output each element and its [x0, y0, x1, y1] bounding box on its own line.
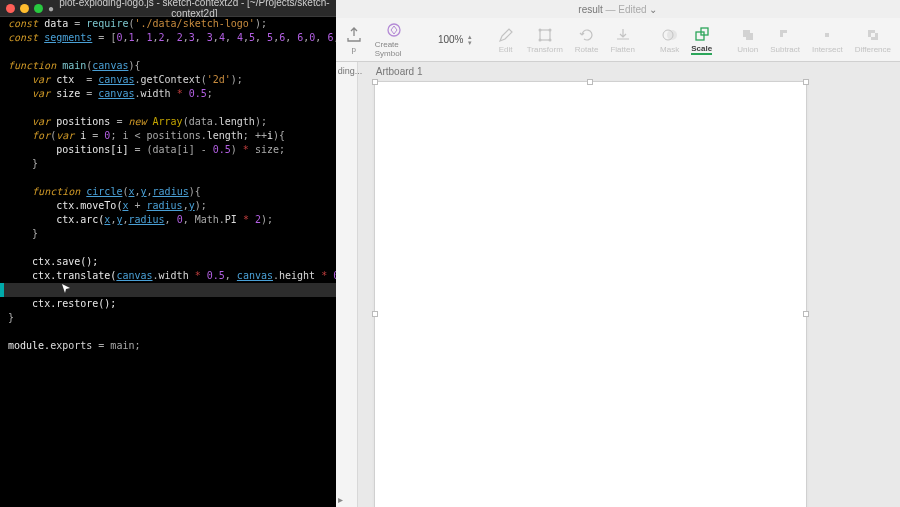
- transform-icon: [536, 26, 554, 44]
- toolbar-label: Difference: [855, 45, 891, 54]
- symbol-icon: [385, 21, 403, 39]
- svg-point-4: [538, 38, 541, 41]
- svg-rect-8: [696, 32, 704, 40]
- subtract-icon: [776, 26, 794, 44]
- mask-button[interactable]: Mask: [657, 26, 682, 54]
- code-line[interactable]: }: [8, 157, 38, 171]
- svg-point-5: [548, 38, 551, 41]
- code-line[interactable]: ctx.moveTo(x + radius,y);: [8, 199, 207, 213]
- edit-button[interactable]: Edit: [494, 26, 518, 54]
- document-status: — Edited: [606, 4, 647, 15]
- selection-handle[interactable]: [587, 79, 593, 85]
- artboard[interactable]: [374, 81, 807, 507]
- difference-button[interactable]: Difference: [852, 26, 894, 54]
- code-line[interactable]: ctx.save();: [8, 255, 98, 269]
- code-line[interactable]: const data = require('./data/sketch-logo…: [8, 17, 267, 31]
- export-button[interactable]: p: [342, 26, 366, 54]
- code-line[interactable]: var ctx = canvas.getContext('2d');: [8, 73, 243, 87]
- code-line[interactable]: }: [8, 311, 14, 325]
- chevron-down-icon[interactable]: ▾: [468, 40, 472, 46]
- code-editor-window: ● plot-exploding-logo.js - sketch-contex…: [0, 0, 336, 507]
- union-button[interactable]: Union: [734, 26, 761, 54]
- toolbar-label: Subtract: [770, 45, 800, 54]
- text-cursor-icon: [62, 284, 70, 296]
- flatten-icon: [614, 26, 632, 44]
- layers-sidebar[interactable]: ding... ▸: [336, 62, 358, 507]
- traffic-lights: [6, 4, 43, 13]
- difference-icon: [864, 26, 882, 44]
- toolbar-label: Edit: [499, 45, 513, 54]
- zoom-control[interactable]: 100% ▴ ▾: [435, 34, 475, 46]
- svg-point-7: [667, 30, 677, 40]
- intersect-icon: [818, 26, 836, 44]
- scale-button[interactable]: Scale: [688, 25, 715, 55]
- mask-icon: [661, 26, 679, 44]
- minimize-icon[interactable]: [20, 4, 29, 13]
- toolbar-label: Create Symbol: [375, 40, 413, 58]
- rotate-button[interactable]: Rotate: [572, 26, 602, 54]
- svg-point-3: [548, 28, 551, 31]
- subtract-button[interactable]: Subtract: [767, 26, 803, 54]
- zoom-value: 100%: [438, 34, 464, 45]
- sidebar-truncated-label: ding...: [336, 62, 357, 80]
- toolbar-label: Scale: [691, 44, 712, 55]
- zoom-stepper[interactable]: ▴ ▾: [468, 34, 472, 46]
- editor-unsaved-dot: ●: [48, 3, 54, 14]
- close-icon[interactable]: [6, 4, 15, 13]
- flatten-button[interactable]: Flatten: [607, 26, 637, 54]
- toolbar: p Create Symbol 100% ▴ ▾ Edit: [336, 18, 900, 62]
- toolbar-label: Transform: [527, 45, 563, 54]
- union-icon: [739, 26, 757, 44]
- artboard-label[interactable]: Artboard 1: [376, 66, 423, 77]
- code-line[interactable]: function circle(x,y,radius){: [8, 185, 201, 199]
- svg-point-2: [538, 28, 541, 31]
- design-titlebar: result — Edited ⌄: [336, 0, 900, 18]
- code-line[interactable]: for(var i = 0; i < positions.length; ++i…: [8, 129, 285, 143]
- toolbar-label: Union: [737, 45, 758, 54]
- editor-titlebar: ● plot-exploding-logo.js - sketch-contex…: [0, 0, 336, 17]
- svg-rect-1: [540, 30, 550, 40]
- code-line[interactable]: var size = canvas.width * 0.5;: [8, 87, 213, 101]
- code-line[interactable]: }: [8, 227, 38, 241]
- toolbar-label: Flatten: [610, 45, 634, 54]
- code-line[interactable]: ctx.restore();: [8, 297, 116, 311]
- pencil-icon: [497, 26, 515, 44]
- selection-handle[interactable]: [372, 311, 378, 317]
- code-line[interactable]: const segments = [0,1, 1,2, 2,3, 3,4, 4,…: [8, 31, 336, 45]
- rotate-icon: [578, 26, 596, 44]
- code-line[interactable]: ctx.arc(x,y,radius, 0, Math.PI * 2);: [8, 213, 273, 227]
- design-app-window: result — Edited ⌄ p Create Symbol 100% ▴: [336, 0, 900, 507]
- transform-button[interactable]: Transform: [524, 26, 566, 54]
- selection-handle[interactable]: [803, 311, 809, 317]
- svg-rect-10: [825, 33, 829, 37]
- code-area[interactable]: const data = require('./data/sketch-logo…: [0, 17, 336, 507]
- document-title: result: [578, 4, 602, 15]
- code-line[interactable]: var positions = new Array(data.length);: [8, 115, 267, 129]
- toolbar-label: p: [352, 45, 356, 54]
- code-line[interactable]: function main(canvas){: [8, 59, 141, 73]
- toolbar-label: Intersect: [812, 45, 843, 54]
- canvas-area[interactable]: ding... ▸ Artboard 1: [336, 62, 900, 507]
- filter-icon[interactable]: ▸: [338, 494, 343, 505]
- selection-handle[interactable]: [803, 79, 809, 85]
- code-line[interactable]: ctx.translate(canvas.width * 0.5, canvas…: [8, 269, 336, 283]
- toolbar-label: Mask: [660, 45, 679, 54]
- toolbar-label: Rotate: [575, 45, 599, 54]
- export-icon: [345, 26, 363, 44]
- chevron-down-icon[interactable]: ⌄: [649, 4, 657, 15]
- maximize-icon[interactable]: [34, 4, 43, 13]
- code-line[interactable]: module.exports = main;: [8, 339, 140, 353]
- scale-icon: [693, 25, 711, 43]
- selection-handle[interactable]: [372, 79, 378, 85]
- create-symbol-button[interactable]: Create Symbol: [372, 21, 416, 58]
- code-line[interactable]: positions[i] = (data[i] - 0.5) * size;: [8, 143, 285, 157]
- intersect-button[interactable]: Intersect: [809, 26, 846, 54]
